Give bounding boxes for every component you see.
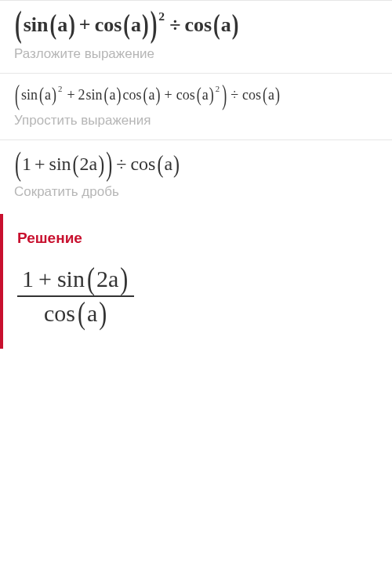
step-1-hint[interactable]: Разложите выражение — [14, 46, 378, 62]
step-3-hint[interactable]: Сократить дробь — [14, 184, 378, 200]
solution-expression: 1 + sin (2a) cos (a) — [17, 263, 134, 330]
step-2-expression: ( sin (a) 2 + 2 sin (a) cos (a) + cos (a… — [14, 88, 378, 102]
step-3-expression: ( 1 + sin (2a) ) ÷ cos (a) — [14, 154, 378, 173]
step-2-hint[interactable]: Упростить выражения — [14, 113, 378, 129]
solution-block: Решение 1 + sin (2a) cos (a) — [0, 214, 392, 349]
fraction-denominator: cos (a) — [38, 297, 113, 330]
step-1-expression: ( sin (a) + cos (a) ) 2 ÷ cos (a) — [14, 15, 378, 35]
step-3: ( 1 + sin (2a) ) ÷ cos (a) Сократить дро… — [0, 139, 392, 211]
step-2: ( sin (a) 2 + 2 sin (a) cos (a) + cos (a… — [0, 73, 392, 139]
step-1: ( sin (a) + cos (a) ) 2 ÷ cos (a) Разлож… — [0, 0, 392, 73]
solution-title: Решение — [17, 230, 378, 247]
fraction-numerator: 1 + sin (2a) — [17, 263, 134, 295]
